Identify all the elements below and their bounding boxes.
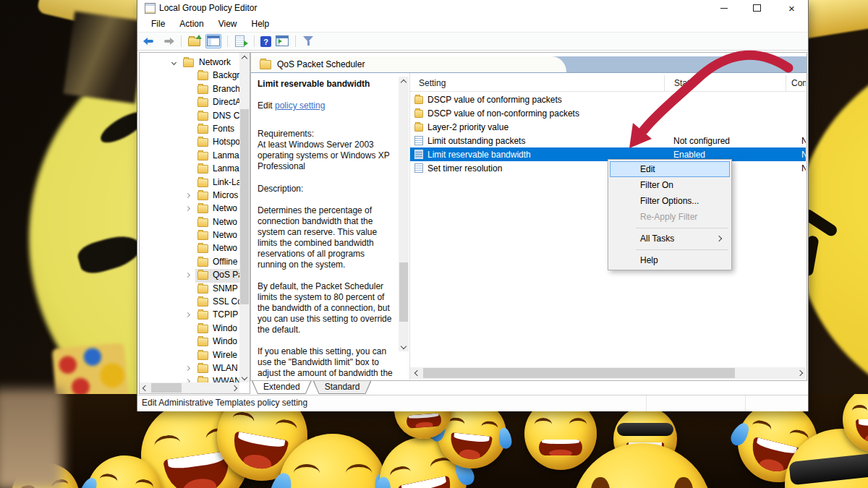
back-button[interactable] <box>142 35 157 48</box>
tree-item-label: Lanma <box>213 163 239 174</box>
chevron-right-icon[interactable] <box>185 193 190 198</box>
tree-item-label: Netwo <box>213 217 239 227</box>
context-menu-item[interactable]: All Tasks <box>610 231 730 247</box>
tree-item[interactable]: Offline <box>140 256 239 269</box>
tree-item[interactable]: TCPIP S <box>140 309 239 322</box>
close-button[interactable]: × <box>775 0 808 16</box>
context-menu-item[interactable]: Help <box>610 252 730 268</box>
view-tab[interactable]: Extended <box>252 381 312 394</box>
scrollbar-thumb[interactable] <box>399 262 408 322</box>
tree-item-label: DirectA <box>213 97 239 107</box>
context-menu-item[interactable]: Filter On <box>610 177 730 193</box>
menu-item[interactable]: View <box>212 17 244 30</box>
toolbar-separator <box>254 35 255 47</box>
toolbar-separator <box>227 35 228 47</box>
scrollbar-thumb[interactable] <box>423 368 735 378</box>
chevron-right-icon[interactable] <box>185 206 190 211</box>
app-icon <box>145 3 156 14</box>
context-menu-item[interactable] <box>610 225 730 231</box>
tree-item[interactable]: Netwo <box>140 229 239 242</box>
folder-icon <box>197 271 208 280</box>
folder-icon <box>197 364 208 373</box>
context-menu-item-label: Filter On <box>640 180 673 190</box>
tree-item[interactable]: SNMP <box>140 283 239 296</box>
chevron-down-icon[interactable] <box>171 60 176 65</box>
table-row[interactable]: DSCP value of conforming packets <box>410 93 806 106</box>
menu-item[interactable]: Action <box>173 17 210 30</box>
scroll-down-icon[interactable] <box>239 372 250 382</box>
tree-item[interactable]: Lanma <box>140 150 239 163</box>
scroll-left-icon[interactable] <box>412 367 423 379</box>
scroll-down-icon[interactable] <box>399 341 409 351</box>
minimize-button[interactable] <box>707 0 740 16</box>
tree-vertical-scrollbar[interactable] <box>239 53 250 382</box>
tree-item[interactable]: DirectA <box>140 96 239 109</box>
scrollbar-thumb[interactable] <box>240 109 249 304</box>
tree-item[interactable]: Backgr <box>140 69 239 82</box>
context-menu-item[interactable] <box>610 247 730 252</box>
chevron-right-icon[interactable] <box>185 312 190 317</box>
tree-item-label: Netwo <box>213 243 239 253</box>
tree-item[interactable]: Link-La <box>140 176 239 189</box>
scroll-left-icon[interactable] <box>140 382 150 393</box>
context-menu-item[interactable]: Filter Options... <box>610 193 730 209</box>
tree-item[interactable]: Wirele <box>140 349 239 362</box>
table-row[interactable]: Limit outstanding packets Not configured… <box>410 134 806 147</box>
tree-item[interactable]: WWAN <box>140 375 239 382</box>
scroll-right-icon[interactable] <box>794 367 806 379</box>
folder-icon <box>197 244 208 253</box>
chevron-right-icon[interactable] <box>185 366 190 371</box>
setting-name: DSCP value of non-conforming packets <box>427 108 579 119</box>
tree-item[interactable]: Windo <box>140 322 239 335</box>
tree-item[interactable]: Micros <box>140 189 239 202</box>
help-button[interactable]: ? <box>260 36 271 47</box>
folder-icon <box>197 152 208 160</box>
tree-item[interactable]: Netwo <box>140 242 239 255</box>
menu-item[interactable]: Help <box>245 17 276 30</box>
column-header-state[interactable]: State <box>664 75 786 91</box>
tree-item-label: Netwo <box>213 203 239 213</box>
description-paragraph: Determines the percentage of connection … <box>258 205 395 270</box>
setting-title: Limit reservable bandwidth <box>258 79 395 90</box>
tree-item[interactable]: Netwo <box>140 216 239 229</box>
tree-horizontal-scrollbar[interactable] <box>140 382 239 393</box>
tree-item[interactable]: Windo <box>140 335 239 348</box>
console-window-button[interactable] <box>275 35 289 48</box>
maximize-button[interactable] <box>741 0 773 16</box>
policy-setting-link[interactable]: policy setting <box>275 100 325 111</box>
description-scrollbar[interactable] <box>399 77 409 351</box>
list-horizontal-scrollbar[interactable] <box>410 367 806 379</box>
tree-item[interactable]: WLAN <box>140 362 239 375</box>
folder-icon <box>197 285 208 294</box>
tree-item[interactable]: DNS C <box>140 110 239 123</box>
column-header-setting[interactable]: Setting <box>410 75 664 91</box>
table-row[interactable]: DSCP value of non-conforming packets <box>410 106 806 120</box>
show-console-tree-button[interactable] <box>205 34 221 48</box>
scroll-up-icon[interactable] <box>239 53 250 64</box>
scroll-up-icon[interactable] <box>399 77 409 87</box>
context-menu-item[interactable]: Re-Apply Filter <box>610 209 730 225</box>
tree-item[interactable]: Fonts <box>140 123 239 136</box>
tree-item[interactable]: QoS Pa <box>140 269 239 282</box>
column-header-comment[interactable]: Comment <box>786 75 806 91</box>
title-bar[interactable]: Local Group Policy Editor × <box>137 0 808 16</box>
context-menu-item[interactable]: Edit <box>610 161 730 177</box>
tree-item[interactable]: Netwo <box>140 202 239 215</box>
tree-item-network[interactable]: Network <box>140 56 239 69</box>
tree-item[interactable]: Hotspo <box>140 136 239 149</box>
setting-icon <box>414 124 423 132</box>
tree-item[interactable]: Branch <box>140 83 239 96</box>
up-one-level-button[interactable] <box>187 35 202 48</box>
view-tab[interactable]: Standard <box>313 381 372 394</box>
scrollbar-thumb[interactable] <box>151 383 182 393</box>
tree-item[interactable]: Lanma <box>140 163 239 176</box>
context-menu-item-label: All Tasks <box>640 234 674 244</box>
menu-item[interactable]: File <box>145 17 171 30</box>
table-row[interactable]: Layer-2 priority value <box>410 120 806 134</box>
chevron-right-icon[interactable] <box>185 273 190 278</box>
filter-button[interactable] <box>302 35 316 48</box>
forward-button[interactable] <box>161 35 175 48</box>
tree-item[interactable]: SSL Co <box>140 296 239 309</box>
export-list-button[interactable] <box>234 35 248 48</box>
scroll-right-icon[interactable] <box>229 382 239 393</box>
